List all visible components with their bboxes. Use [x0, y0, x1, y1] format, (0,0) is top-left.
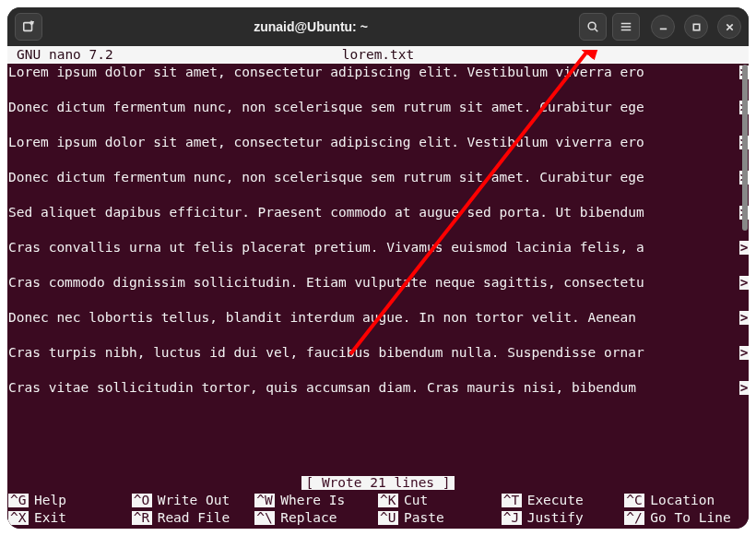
menu-button[interactable] — [612, 13, 640, 41]
shortcut-readfile[interactable]: ^RRead File — [132, 509, 255, 527]
shortcut-location[interactable]: ^CLocation — [624, 492, 748, 509]
shortcut-replace[interactable]: ^\Replace — [254, 509, 378, 527]
shortcut-paste[interactable]: ^UPaste — [378, 509, 502, 527]
shortcut-exit[interactable]: ^XExit — [8, 509, 132, 527]
svg-point-1 — [588, 22, 596, 30]
nano-filename: lorem.txt — [342, 48, 415, 62]
text-line: Cras turpis nibh, luctus id dui vel, fau… — [7, 344, 749, 362]
nano-version: GNU nano 7.2 — [17, 48, 113, 62]
text-line: Lorem ipsum dolor sit amet, consectetur … — [7, 64, 749, 81]
nano-header: GNU nano 7.2 lorem.txt — [7, 46, 749, 64]
text-line: Lorem ipsum dolor sit amet, consectetur … — [7, 134, 749, 151]
maximize-button[interactable] — [684, 15, 708, 39]
shortcut-justify[interactable]: ^JJustify — [502, 509, 625, 527]
scrollbar-thumb[interactable] — [742, 65, 748, 231]
terminal-window: zunaid@Ubuntu: ~ GNU nano 7.2 lorem.txt … — [7, 7, 749, 529]
titlebar: zunaid@Ubuntu: ~ — [7, 7, 749, 46]
svg-rect-2 — [693, 24, 699, 30]
continuation-marker: > — [739, 276, 749, 290]
continuation-marker: > — [739, 241, 749, 255]
new-tab-button[interactable] — [15, 13, 42, 41]
text-line: Donec dictum fermentum nunc, non sceleri… — [7, 169, 749, 186]
text-line: Donec dictum fermentum nunc, non sceleri… — [7, 99, 749, 116]
text-line: Sed aliquet dapibus efficitur. Praesent … — [7, 204, 749, 221]
text-area[interactable]: Lorem ipsum dolor sit amet, consectetur … — [7, 64, 749, 474]
nano-editor: GNU nano 7.2 lorem.txt Lorem ipsum dolor… — [7, 46, 749, 529]
status-line: [ Wrote 21 lines ] — [7, 474, 749, 492]
text-line: Cras vitae sollicitudin tortor, quis acc… — [7, 379, 749, 397]
shortcut-whereis[interactable]: ^WWhere Is — [254, 492, 378, 509]
shortcut-writeout[interactable]: ^OWrite Out — [132, 492, 255, 509]
shortcut-cut[interactable]: ^KCut — [378, 492, 502, 509]
shortcut-gotoline[interactable]: ^/Go To Line — [624, 509, 748, 527]
search-button[interactable] — [579, 13, 607, 41]
text-line: Cras commodo dignissim sollicitudin. Eti… — [7, 274, 749, 292]
continuation-marker: > — [739, 346, 749, 360]
minimize-button[interactable] — [651, 15, 675, 39]
window-title: zunaid@Ubuntu: ~ — [48, 19, 573, 34]
shortcuts-bar: ^GHelp ^OWrite Out ^WWhere Is ^KCut ^TEx… — [7, 492, 749, 529]
close-button[interactable] — [717, 15, 741, 39]
continuation-marker: > — [739, 311, 749, 325]
shortcut-execute[interactable]: ^TExecute — [502, 492, 625, 509]
shortcut-help[interactable]: ^GHelp — [8, 492, 132, 509]
text-line: Cras convallis urna ut felis placerat pr… — [7, 239, 749, 256]
text-line: Donec nec lobortis tellus, blandit inter… — [7, 309, 749, 327]
continuation-marker: > — [739, 381, 749, 395]
